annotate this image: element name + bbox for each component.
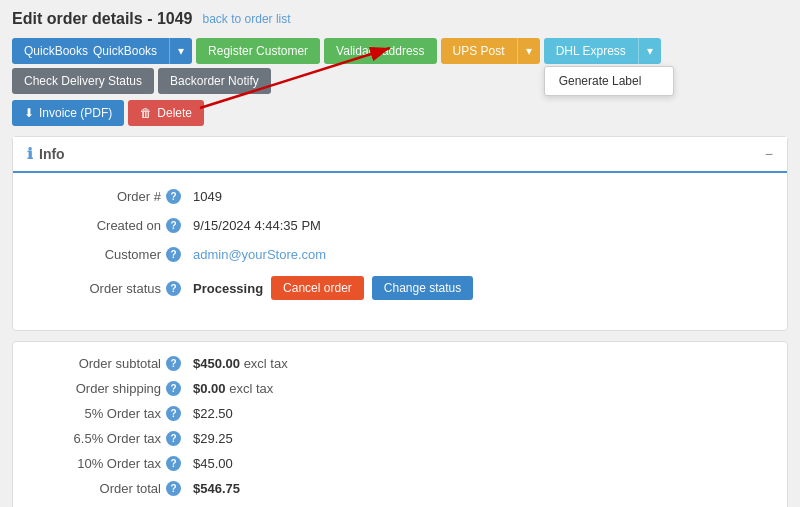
invoice-pdf-button[interactable]: ⬇ Invoice (PDF) bbox=[12, 100, 124, 126]
order-shipping-help-icon[interactable]: ? bbox=[166, 381, 181, 396]
dhl-dropdown-menu: Generate Label bbox=[544, 66, 674, 96]
created-on-help-icon[interactable]: ? bbox=[166, 218, 181, 233]
created-on-value: 9/15/2024 4:44:35 PM bbox=[193, 218, 321, 233]
tax2-label: 6.5% Order tax ? bbox=[33, 431, 193, 446]
order-total-label: Order total ? bbox=[33, 481, 193, 496]
page-header: Edit order details - 1049 back to order … bbox=[12, 10, 788, 28]
check-delivery-status-button[interactable]: Check Delivery Status bbox=[12, 68, 154, 94]
order-number-value: 1049 bbox=[193, 189, 222, 204]
tax1-row: 5% Order tax ? $22.50 bbox=[33, 406, 767, 421]
order-number-help-icon[interactable]: ? bbox=[166, 189, 181, 204]
collapse-button[interactable]: − bbox=[765, 146, 773, 162]
validate-address-button[interactable]: Validate address bbox=[324, 38, 437, 64]
info-card: ℹ Info − Order # ? 1049 Created on ? 9/1 bbox=[12, 136, 788, 331]
order-shipping-value: $0.00 excl tax bbox=[193, 381, 273, 396]
order-shipping-row: Order shipping ? $0.00 excl tax bbox=[33, 381, 767, 396]
toolbar-row2: ⬇ Invoice (PDF) 🗑 Delete bbox=[12, 100, 788, 126]
chevron-down-icon: ▾ bbox=[178, 44, 184, 58]
tax1-label: 5% Order tax ? bbox=[33, 406, 193, 421]
dhl-express-button[interactable]: DHL Express bbox=[544, 38, 638, 64]
order-status-row: Order status ? Processing Cancel order C… bbox=[33, 276, 767, 300]
order-subtotal-row: Order subtotal ? $450.00 excl tax bbox=[33, 356, 767, 371]
chevron-down-icon-ups: ▾ bbox=[526, 44, 532, 58]
quickbooks-dropdown-button[interactable]: ▾ bbox=[169, 38, 192, 64]
quickbooks-button[interactable]: QuickBooksQuickBooks bbox=[12, 38, 169, 64]
cancel-order-button[interactable]: Cancel order bbox=[271, 276, 364, 300]
download-icon-pdf: ⬇ bbox=[24, 106, 34, 120]
ups-post-button[interactable]: UPS Post bbox=[441, 38, 517, 64]
customer-email-link[interactable]: admin@yourStore.com bbox=[193, 247, 326, 262]
customer-label: Customer ? bbox=[33, 247, 193, 262]
tax2-value: $29.25 bbox=[193, 431, 233, 446]
tax2-row: 6.5% Order tax ? $29.25 bbox=[33, 431, 767, 446]
ups-post-btn-group: UPS Post ▾ bbox=[441, 38, 540, 64]
customer-row: Customer ? admin@yourStore.com bbox=[33, 247, 767, 262]
order-status-label: Order status ? bbox=[33, 281, 193, 296]
order-shipping-label: Order shipping ? bbox=[33, 381, 193, 396]
page-title: Edit order details - 1049 bbox=[12, 10, 193, 28]
order-subtotal-help-icon[interactable]: ? bbox=[166, 356, 181, 371]
order-status-help-icon[interactable]: ? bbox=[166, 281, 181, 296]
order-number-label: Order # ? bbox=[33, 189, 193, 204]
info-card-header: ℹ Info − bbox=[13, 137, 787, 173]
order-status-value: Processing bbox=[193, 281, 263, 296]
tax3-row: 10% Order tax ? $45.00 bbox=[33, 456, 767, 471]
order-total-help-icon[interactable]: ? bbox=[166, 481, 181, 496]
trash-icon: 🗑 bbox=[140, 106, 152, 120]
order-total-value: $546.75 bbox=[193, 481, 240, 496]
quickbooks-btn-group: QuickBooksQuickBooks ▾ bbox=[12, 38, 192, 64]
info-form-section: Order # ? 1049 Created on ? 9/15/2024 4:… bbox=[13, 173, 787, 330]
tax3-help-icon[interactable]: ? bbox=[166, 456, 181, 471]
info-card-title-group: ℹ Info bbox=[27, 145, 65, 163]
info-icon: ℹ bbox=[27, 145, 33, 163]
customer-help-icon[interactable]: ? bbox=[166, 247, 181, 262]
back-to-order-list-link[interactable]: back to order list bbox=[203, 12, 291, 26]
created-on-row: Created on ? 9/15/2024 4:44:35 PM bbox=[33, 218, 767, 233]
chevron-down-icon-dhl: ▾ bbox=[647, 44, 653, 58]
change-status-button[interactable]: Change status bbox=[372, 276, 473, 300]
order-total-row: Order total ? $546.75 bbox=[33, 481, 767, 496]
tax1-help-icon[interactable]: ? bbox=[166, 406, 181, 421]
ups-post-dropdown-button[interactable]: ▾ bbox=[517, 38, 540, 64]
dhl-express-btn-group: DHL Express ▾ Generate Label bbox=[544, 38, 661, 64]
order-subtotal-label: Order subtotal ? bbox=[33, 356, 193, 371]
tax1-value: $22.50 bbox=[193, 406, 233, 421]
generate-label-item[interactable]: Generate Label bbox=[545, 67, 673, 95]
dhl-express-dropdown-button[interactable]: ▾ bbox=[638, 38, 661, 64]
info-card-title: Info bbox=[39, 146, 65, 162]
toolbar-row1: QuickBooksQuickBooks ▾ Register Customer… bbox=[12, 38, 788, 94]
created-on-label: Created on ? bbox=[33, 218, 193, 233]
order-number-row: Order # ? 1049 bbox=[33, 189, 767, 204]
order-subtotal-value: $450.00 excl tax bbox=[193, 356, 288, 371]
tax3-label: 10% Order tax ? bbox=[33, 456, 193, 471]
tax2-help-icon[interactable]: ? bbox=[166, 431, 181, 446]
register-customer-button[interactable]: Register Customer bbox=[196, 38, 320, 64]
delete-button[interactable]: 🗑 Delete bbox=[128, 100, 204, 126]
order-status-value-group: Processing Cancel order Change status bbox=[193, 276, 473, 300]
summary-card: Order subtotal ? $450.00 excl tax Order … bbox=[12, 341, 788, 507]
tax3-value: $45.00 bbox=[193, 456, 233, 471]
backorder-notify-button[interactable]: Backorder Notify bbox=[158, 68, 271, 94]
